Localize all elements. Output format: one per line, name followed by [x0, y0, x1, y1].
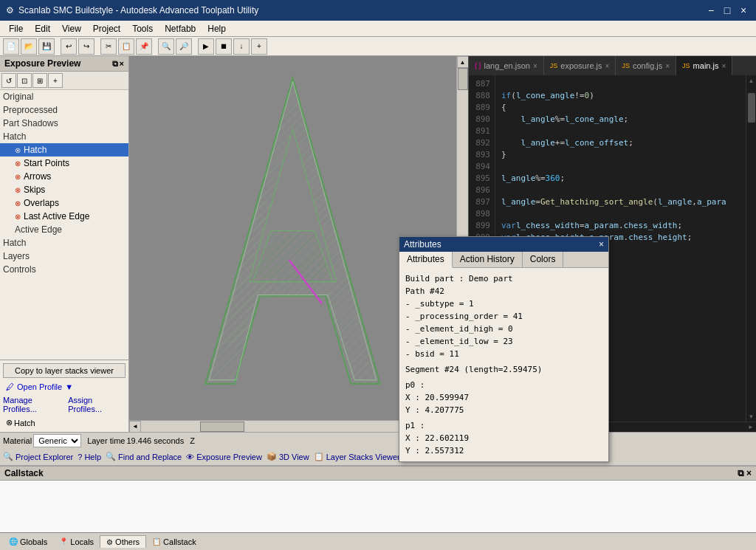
callstack-title: Callstack — [4, 468, 44, 478]
menu-item-view[interactable]: View — [56, 22, 87, 35]
others-tab[interactable]: ⚙ Others — [100, 535, 146, 548]
locals-tab[interactable]: 📍 Locals — [53, 536, 100, 548]
3d-view-tab[interactable]: 📦 3D View — [267, 452, 309, 461]
tree-hatch[interactable]: ⊗ Hatch — [0, 143, 128, 157]
project-explorer-tab[interactable]: 🔍 Project Explorer — [3, 452, 73, 461]
tree-original[interactable]: Original — [0, 90, 128, 103]
left-tb-fit[interactable]: ⊡ — [17, 73, 32, 88]
line-num-891: 891 — [473, 126, 490, 137]
toolbar-undo[interactable]: ↩ — [61, 38, 77, 55]
code-scroll-thumb[interactable] — [748, 93, 755, 123]
menu-item-file[interactable]: File — [3, 22, 29, 35]
canvas-scroll-thumb-v[interactable] — [458, 68, 468, 90]
toolbar-run[interactable]: ▶ — [198, 38, 214, 55]
canvas-scroll-thumb-h[interactable] — [200, 422, 244, 432]
callstack-debug-tab[interactable]: 📋 Callstack — [146, 536, 202, 548]
tree-skips[interactable]: ⊗ Skips — [0, 183, 128, 196]
toolbar-zoom-in[interactable]: 🔍 — [158, 38, 174, 55]
attr-tab-action-history[interactable]: Action History — [453, 252, 523, 267]
left-tb-add[interactable]: + — [48, 73, 63, 88]
line-num-888: 888 — [473, 90, 490, 102]
tab-exposure-js[interactable]: JS exposure.js × — [544, 56, 616, 75]
attr-subtype: - _subtype = 1 — [405, 298, 602, 310]
tab-config-js-close[interactable]: × — [665, 62, 670, 70]
layer-time-label: Layer time — [87, 436, 125, 445]
left-tb-select[interactable]: ⊞ — [32, 73, 47, 88]
exposure-preview-tab[interactable]: 👁 Exposure Preview — [186, 453, 262, 461]
project-explorer-icon: 🔍 — [3, 452, 13, 461]
layer-stacks-tab[interactable]: 📋 Layer Stacks Viewer — [314, 452, 400, 461]
minimize-button[interactable]: − — [704, 4, 718, 17]
tab-config-js[interactable]: JS config.js × — [616, 56, 676, 75]
assign-profiles-button[interactable]: Assign Profiles... — [68, 396, 126, 413]
canvas-scroll-left[interactable]: ◄ — [129, 421, 141, 433]
toolbar-new[interactable]: 📄 — [3, 38, 19, 55]
toolbar-copy[interactable]: 📋 — [118, 38, 134, 55]
toolbar-redo[interactable]: ↪ — [78, 38, 94, 55]
maximize-button[interactable]: □ — [721, 4, 734, 17]
copy-to-layer-button[interactable]: Copy to layer stacks viewer — [3, 363, 126, 378]
toolbar-cut[interactable]: ✂ — [100, 38, 117, 55]
toolbar-stop[interactable]: ⏹ — [216, 38, 232, 55]
code-line-888: if(l_cone_angle != 0) — [501, 90, 740, 102]
manage-profiles-button[interactable]: Manage Profiles... — [3, 396, 65, 413]
menu-item-netfabb[interactable]: Netfabb — [159, 22, 202, 35]
menu-item-tools[interactable]: Tools — [126, 22, 159, 35]
tree-arrows-label: Arrows — [24, 171, 51, 182]
tree-overlaps[interactable]: ⊗ Overlaps — [0, 196, 128, 210]
tab-main-js[interactable]: JS main.js × — [676, 56, 732, 75]
json-icon: { } — [475, 62, 481, 69]
tab-lang-json[interactable]: { } lang_en.json × — [469, 56, 544, 75]
code-scroll-down[interactable]: ▼ — [746, 411, 756, 422]
hatch-profile: ⊗ Hatch — [3, 416, 126, 429]
toolbar-config[interactable]: + — [251, 38, 267, 55]
tree-start-points[interactable]: ⊗ Start Points — [0, 157, 128, 170]
attr-path: Path #42 — [405, 285, 602, 298]
tree-hatch-sub[interactable]: Hatch — [0, 236, 128, 250]
exposure-close[interactable]: × — [120, 59, 124, 69]
code-scroll-right[interactable]: ► — [746, 422, 756, 433]
js-icon-2: JS — [622, 62, 630, 69]
find-replace-icon: 🔍 — [106, 452, 116, 461]
tree-part-shadows[interactable]: Part Shadows — [0, 117, 128, 130]
globals-tab[interactable]: 🌐 Globals — [3, 536, 53, 548]
toolbar-step[interactable]: ↓ — [233, 38, 250, 55]
tab-main-js-close[interactable]: × — [721, 62, 726, 70]
code-vertical-scrollbar[interactable]: ▲ ▼ — [746, 75, 756, 422]
line-num-896: 896 — [473, 185, 490, 196]
attr-tab-colors[interactable]: Colors — [523, 252, 564, 267]
tab-lang-json-close[interactable]: × — [533, 62, 537, 70]
menu-item-edit[interactable]: Edit — [29, 22, 56, 35]
code-scroll-track[interactable] — [746, 86, 756, 411]
help-tab[interactable]: ? Help — [78, 453, 101, 461]
menu-item-project[interactable]: Project — [87, 22, 126, 35]
tree-layers[interactable]: Layers — [0, 250, 128, 263]
attr-segment: Segment #24 (length=2.59475) — [405, 363, 602, 376]
tree-last-active-edge[interactable]: ⊗ Last Active Edge — [0, 210, 128, 223]
toolbar-paste[interactable]: 📌 — [136, 38, 152, 55]
find-replace-tab[interactable]: 🔍 Find and Replace — [106, 452, 182, 461]
left-panel: Exposure Preview ⧉ × ↺ ⊡ ⊞ + Original Pr… — [0, 56, 129, 432]
toolbar-open[interactable]: 📂 — [21, 38, 37, 55]
toolbar-save[interactable]: 💾 — [38, 38, 55, 55]
toolbar-zoom-out[interactable]: 🔎 — [176, 38, 192, 55]
exposure-header: Exposure Preview ⧉ × — [0, 56, 128, 72]
callstack-restore[interactable]: ⧉ — [738, 468, 744, 478]
callstack-close[interactable]: × — [746, 468, 752, 478]
canvas-scroll-up[interactable]: ▲ — [457, 56, 469, 68]
tree-arrows[interactable]: ⊗ Arrows — [0, 170, 128, 183]
left-tb-refresh[interactable]: ↺ — [1, 73, 16, 88]
menu-item-help[interactable]: Help — [202, 22, 232, 35]
open-profile-button[interactable]: 🖊 Open Profile ▼ — [3, 381, 126, 393]
tree-active-edge[interactable]: Active Edge — [0, 223, 128, 236]
material-select[interactable]: Generic — [33, 434, 81, 447]
tree-hatch-group[interactable]: Hatch — [0, 130, 128, 143]
attr-tab-attributes[interactable]: Attributes — [399, 252, 453, 268]
tree-controls[interactable]: Controls — [0, 263, 128, 276]
exposure-restore[interactable]: ⧉ — [112, 59, 118, 69]
attr-close-button[interactable]: × — [599, 239, 604, 250]
tree-preprocessed[interactable]: Preprocessed — [0, 103, 128, 117]
tab-exposure-js-close[interactable]: × — [605, 62, 610, 70]
code-scroll-up[interactable]: ▲ — [746, 75, 756, 86]
close-button[interactable]: × — [737, 4, 750, 17]
